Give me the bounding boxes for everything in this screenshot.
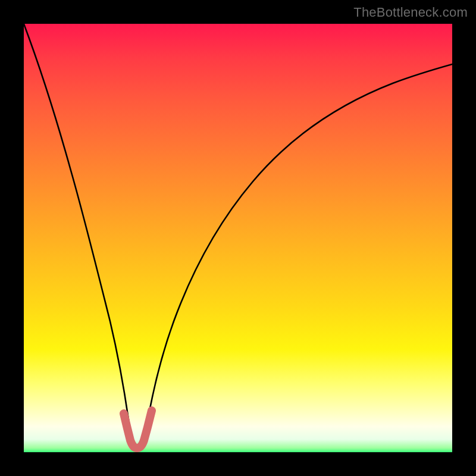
- mismatch-curve: [24, 24, 452, 448]
- plot-area: [24, 24, 452, 452]
- watermark-text: TheBottleneck.com: [353, 5, 468, 20]
- chart-outer-frame: TheBottleneck.com: [0, 0, 476, 476]
- curve-svg: [24, 24, 452, 452]
- band-highlight: [124, 411, 152, 448]
